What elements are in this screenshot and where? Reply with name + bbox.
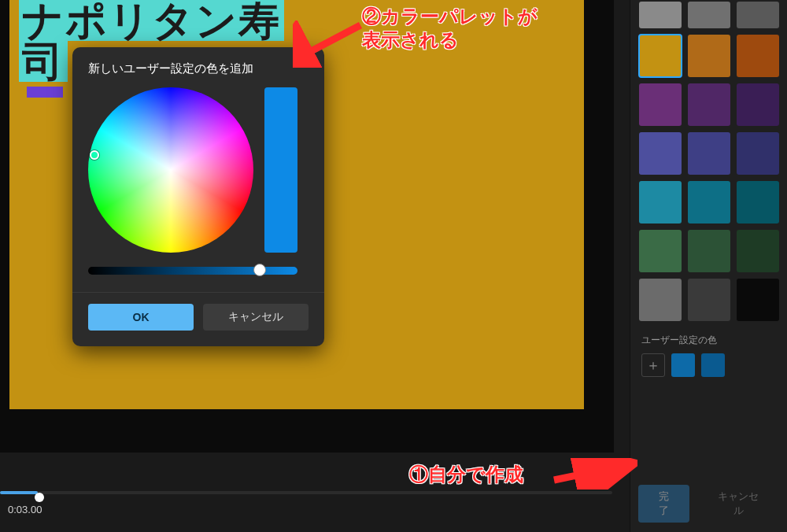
palette-swatch[interactable] [639, 181, 682, 224]
palette-swatch[interactable] [737, 83, 779, 126]
color-wheel[interactable] [88, 87, 253, 253]
palette-swatch[interactable] [737, 230, 779, 272]
cancel-button[interactable]: キャンセル [203, 304, 309, 331]
user-color-swatch[interactable] [671, 353, 695, 377]
palette-swatch[interactable] [688, 181, 730, 224]
svg-line-1 [554, 464, 630, 480]
annotation-1: ①自分で作成 [409, 463, 523, 486]
timeline-track[interactable] [0, 491, 612, 494]
arrow-1-icon [551, 458, 637, 490]
timeline-playhead[interactable] [35, 493, 44, 502]
brightness-slider[interactable] [88, 267, 297, 275]
palette-swatch[interactable] [688, 35, 730, 77]
title-line2: 司 [19, 41, 68, 82]
dialog-title: 新しいユーザー設定の色を追加 [88, 61, 309, 76]
divider [72, 292, 324, 293]
sidebar-footer: 完了 キャンセル [638, 477, 779, 524]
palette-swatch[interactable] [737, 279, 779, 321]
palette-swatch[interactable] [737, 35, 779, 77]
color-preview [264, 87, 297, 253]
palette-swatch[interactable] [639, 230, 682, 272]
timeline-time: 0:03.00 [8, 504, 42, 515]
timeline-progress [0, 491, 38, 494]
palette-swatch[interactable] [737, 2, 779, 28]
user-colors-row: ＋ [638, 353, 779, 377]
palette-grid [638, 2, 779, 321]
palette-swatch[interactable] [688, 132, 730, 175]
color-picker-dialog: 新しいユーザー設定の色を追加 OK キャンセル [72, 47, 324, 346]
palette-swatch[interactable] [639, 132, 682, 175]
color-sidebar: ユーザー設定の色 ＋ 完了 キャンセル [630, 0, 787, 532]
selection-handle[interactable] [27, 87, 63, 98]
brightness-thumb[interactable] [253, 264, 266, 276]
color-wheel-cursor[interactable] [90, 150, 99, 160]
palette-swatch[interactable] [688, 279, 730, 321]
user-color-swatch[interactable] [701, 353, 725, 377]
palette-swatch[interactable] [688, 83, 730, 126]
palette-swatch[interactable] [639, 279, 682, 321]
user-colors-label: ユーザー設定の色 [641, 334, 779, 347]
sidebar-cancel-button[interactable]: キャンセル [697, 485, 779, 523]
palette-swatch[interactable] [737, 132, 779, 175]
palette-swatch[interactable] [688, 230, 730, 272]
title-line1: ナポリタン寿 [22, 0, 281, 41]
palette-swatch[interactable] [737, 181, 779, 224]
ok-button[interactable]: OK [88, 304, 194, 331]
done-button[interactable]: 完了 [638, 485, 689, 523]
palette-swatch[interactable] [639, 2, 682, 28]
timeline: 0:03.00 [0, 486, 614, 518]
palette-swatch[interactable] [688, 2, 730, 28]
palette-swatch[interactable] [639, 35, 682, 77]
title-overlay: ナポリタン寿 [19, 0, 284, 41]
palette-swatch[interactable] [639, 83, 682, 126]
add-color-button[interactable]: ＋ [641, 353, 665, 377]
